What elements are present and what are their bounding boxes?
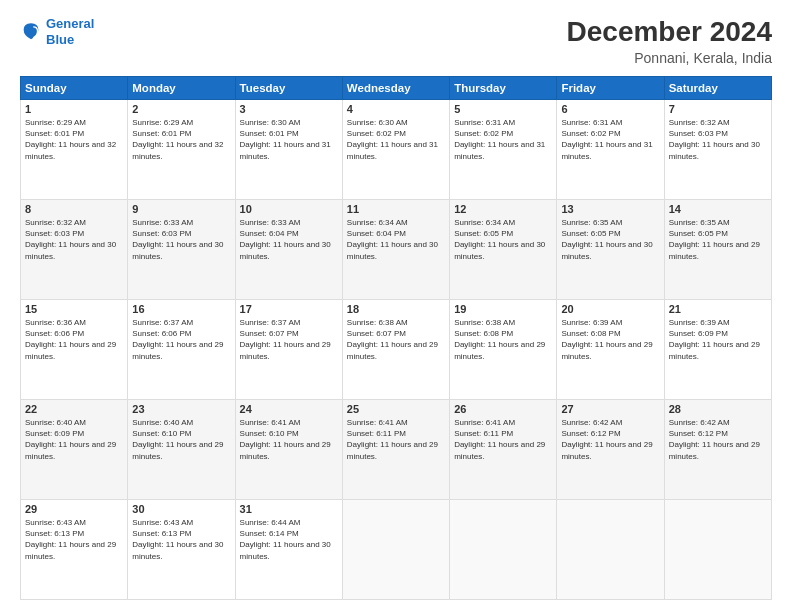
day-info: Sunrise: 6:31 AMSunset: 6:02 PMDaylight:…	[454, 117, 552, 162]
day-info: Sunrise: 6:34 AMSunset: 6:04 PMDaylight:…	[347, 217, 445, 262]
day-number: 24	[240, 403, 338, 415]
day-info: Sunrise: 6:32 AMSunset: 6:03 PMDaylight:…	[25, 217, 123, 262]
day-info: Sunrise: 6:30 AMSunset: 6:02 PMDaylight:…	[347, 117, 445, 162]
day-number: 26	[454, 403, 552, 415]
day-info: Sunrise: 6:43 AMSunset: 6:13 PMDaylight:…	[132, 517, 230, 562]
table-row: 7Sunrise: 6:32 AMSunset: 6:03 PMDaylight…	[664, 100, 771, 200]
day-number: 21	[669, 303, 767, 315]
day-info: Sunrise: 6:30 AMSunset: 6:01 PMDaylight:…	[240, 117, 338, 162]
day-number: 18	[347, 303, 445, 315]
table-row: 12Sunrise: 6:34 AMSunset: 6:05 PMDayligh…	[450, 200, 557, 300]
calendar-table: Sunday Monday Tuesday Wednesday Thursday…	[20, 76, 772, 600]
logo-icon	[20, 21, 42, 43]
day-info: Sunrise: 6:29 AMSunset: 6:01 PMDaylight:…	[25, 117, 123, 162]
day-info: Sunrise: 6:40 AMSunset: 6:09 PMDaylight:…	[25, 417, 123, 462]
col-tuesday: Tuesday	[235, 77, 342, 100]
day-info: Sunrise: 6:35 AMSunset: 6:05 PMDaylight:…	[561, 217, 659, 262]
calendar-week-row: 22Sunrise: 6:40 AMSunset: 6:09 PMDayligh…	[21, 400, 772, 500]
table-row: 3Sunrise: 6:30 AMSunset: 6:01 PMDaylight…	[235, 100, 342, 200]
day-number: 17	[240, 303, 338, 315]
day-info: Sunrise: 6:41 AMSunset: 6:11 PMDaylight:…	[454, 417, 552, 462]
table-row: 27Sunrise: 6:42 AMSunset: 6:12 PMDayligh…	[557, 400, 664, 500]
day-number: 13	[561, 203, 659, 215]
day-info: Sunrise: 6:32 AMSunset: 6:03 PMDaylight:…	[669, 117, 767, 162]
table-row: 20Sunrise: 6:39 AMSunset: 6:08 PMDayligh…	[557, 300, 664, 400]
table-row: 9Sunrise: 6:33 AMSunset: 6:03 PMDaylight…	[128, 200, 235, 300]
day-number: 29	[25, 503, 123, 515]
table-row: 15Sunrise: 6:36 AMSunset: 6:06 PMDayligh…	[21, 300, 128, 400]
table-row	[557, 500, 664, 600]
table-row: 16Sunrise: 6:37 AMSunset: 6:06 PMDayligh…	[128, 300, 235, 400]
col-sunday: Sunday	[21, 77, 128, 100]
day-number: 31	[240, 503, 338, 515]
day-number: 7	[669, 103, 767, 115]
day-info: Sunrise: 6:33 AMSunset: 6:03 PMDaylight:…	[132, 217, 230, 262]
table-row: 4Sunrise: 6:30 AMSunset: 6:02 PMDaylight…	[342, 100, 449, 200]
day-number: 25	[347, 403, 445, 415]
table-row: 23Sunrise: 6:40 AMSunset: 6:10 PMDayligh…	[128, 400, 235, 500]
day-info: Sunrise: 6:38 AMSunset: 6:07 PMDaylight:…	[347, 317, 445, 362]
table-row: 24Sunrise: 6:41 AMSunset: 6:10 PMDayligh…	[235, 400, 342, 500]
subtitle: Ponnani, Kerala, India	[567, 50, 772, 66]
calendar-week-row: 29Sunrise: 6:43 AMSunset: 6:13 PMDayligh…	[21, 500, 772, 600]
header: General Blue December 2024 Ponnani, Kera…	[20, 16, 772, 66]
table-row: 2Sunrise: 6:29 AMSunset: 6:01 PMDaylight…	[128, 100, 235, 200]
table-row: 31Sunrise: 6:44 AMSunset: 6:14 PMDayligh…	[235, 500, 342, 600]
day-info: Sunrise: 6:34 AMSunset: 6:05 PMDaylight:…	[454, 217, 552, 262]
page: General Blue December 2024 Ponnani, Kera…	[0, 0, 792, 612]
day-info: Sunrise: 6:41 AMSunset: 6:10 PMDaylight:…	[240, 417, 338, 462]
table-row: 26Sunrise: 6:41 AMSunset: 6:11 PMDayligh…	[450, 400, 557, 500]
table-row: 14Sunrise: 6:35 AMSunset: 6:05 PMDayligh…	[664, 200, 771, 300]
day-info: Sunrise: 6:37 AMSunset: 6:07 PMDaylight:…	[240, 317, 338, 362]
day-info: Sunrise: 6:39 AMSunset: 6:08 PMDaylight:…	[561, 317, 659, 362]
day-info: Sunrise: 6:37 AMSunset: 6:06 PMDaylight:…	[132, 317, 230, 362]
day-number: 9	[132, 203, 230, 215]
day-number: 30	[132, 503, 230, 515]
table-row: 30Sunrise: 6:43 AMSunset: 6:13 PMDayligh…	[128, 500, 235, 600]
table-row: 10Sunrise: 6:33 AMSunset: 6:04 PMDayligh…	[235, 200, 342, 300]
table-row	[342, 500, 449, 600]
day-info: Sunrise: 6:33 AMSunset: 6:04 PMDaylight:…	[240, 217, 338, 262]
table-row: 1Sunrise: 6:29 AMSunset: 6:01 PMDaylight…	[21, 100, 128, 200]
day-number: 11	[347, 203, 445, 215]
day-number: 6	[561, 103, 659, 115]
day-number: 3	[240, 103, 338, 115]
day-number: 14	[669, 203, 767, 215]
day-info: Sunrise: 6:35 AMSunset: 6:05 PMDaylight:…	[669, 217, 767, 262]
table-row: 11Sunrise: 6:34 AMSunset: 6:04 PMDayligh…	[342, 200, 449, 300]
table-row: 8Sunrise: 6:32 AMSunset: 6:03 PMDaylight…	[21, 200, 128, 300]
day-info: Sunrise: 6:41 AMSunset: 6:11 PMDaylight:…	[347, 417, 445, 462]
day-info: Sunrise: 6:42 AMSunset: 6:12 PMDaylight:…	[669, 417, 767, 462]
day-number: 19	[454, 303, 552, 315]
calendar-header-row: Sunday Monday Tuesday Wednesday Thursday…	[21, 77, 772, 100]
table-row: 17Sunrise: 6:37 AMSunset: 6:07 PMDayligh…	[235, 300, 342, 400]
day-info: Sunrise: 6:42 AMSunset: 6:12 PMDaylight:…	[561, 417, 659, 462]
day-number: 20	[561, 303, 659, 315]
day-info: Sunrise: 6:39 AMSunset: 6:09 PMDaylight:…	[669, 317, 767, 362]
calendar-week-row: 8Sunrise: 6:32 AMSunset: 6:03 PMDaylight…	[21, 200, 772, 300]
table-row: 22Sunrise: 6:40 AMSunset: 6:09 PMDayligh…	[21, 400, 128, 500]
day-number: 4	[347, 103, 445, 115]
table-row: 21Sunrise: 6:39 AMSunset: 6:09 PMDayligh…	[664, 300, 771, 400]
col-saturday: Saturday	[664, 77, 771, 100]
table-row: 18Sunrise: 6:38 AMSunset: 6:07 PMDayligh…	[342, 300, 449, 400]
table-row: 6Sunrise: 6:31 AMSunset: 6:02 PMDaylight…	[557, 100, 664, 200]
day-number: 22	[25, 403, 123, 415]
day-info: Sunrise: 6:38 AMSunset: 6:08 PMDaylight:…	[454, 317, 552, 362]
table-row: 25Sunrise: 6:41 AMSunset: 6:11 PMDayligh…	[342, 400, 449, 500]
table-row: 19Sunrise: 6:38 AMSunset: 6:08 PMDayligh…	[450, 300, 557, 400]
col-thursday: Thursday	[450, 77, 557, 100]
table-row: 5Sunrise: 6:31 AMSunset: 6:02 PMDaylight…	[450, 100, 557, 200]
table-row: 29Sunrise: 6:43 AMSunset: 6:13 PMDayligh…	[21, 500, 128, 600]
calendar-week-row: 1Sunrise: 6:29 AMSunset: 6:01 PMDaylight…	[21, 100, 772, 200]
col-friday: Friday	[557, 77, 664, 100]
table-row	[450, 500, 557, 600]
day-number: 15	[25, 303, 123, 315]
table-row: 13Sunrise: 6:35 AMSunset: 6:05 PMDayligh…	[557, 200, 664, 300]
col-monday: Monday	[128, 77, 235, 100]
day-info: Sunrise: 6:31 AMSunset: 6:02 PMDaylight:…	[561, 117, 659, 162]
day-number: 5	[454, 103, 552, 115]
day-info: Sunrise: 6:44 AMSunset: 6:14 PMDaylight:…	[240, 517, 338, 562]
table-row	[664, 500, 771, 600]
day-number: 28	[669, 403, 767, 415]
